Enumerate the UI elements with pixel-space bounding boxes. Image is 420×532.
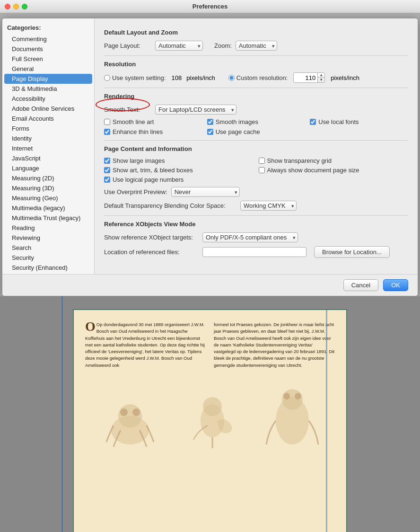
use-page-cache-label[interactable]: Use page cache — [207, 128, 306, 135]
layout-select[interactable]: Automatic Single Page Two-Up — [155, 41, 203, 51]
show-transparency-checkbox[interactable] — [259, 158, 265, 164]
sidebar-item-accessibility[interactable]: Accessibility — [2, 94, 94, 104]
overprint-select[interactable]: Never Always Only for PDF/X files — [171, 187, 240, 197]
svg-point-7 — [282, 389, 303, 410]
custom-resolution-radio[interactable] — [228, 75, 235, 81]
use-local-fonts-label[interactable]: Use local fonts — [310, 118, 408, 125]
ok-button[interactable]: OK — [383, 279, 408, 291]
smooth-images-label[interactable]: Smooth images — [207, 118, 306, 125]
xobject-select-wrapper[interactable]: Only PDF/X-5 compliant ones All None — [202, 232, 298, 242]
sidebar-item-search[interactable]: Search — [2, 243, 94, 253]
system-setting-radio[interactable] — [104, 75, 110, 81]
zoom-select-wrapper[interactable]: Automatic Fit Page Fit Width — [236, 41, 277, 51]
sidebar-item-javascript[interactable]: JavaScript — [2, 153, 94, 163]
zoom-select[interactable]: Automatic Fit Page Fit Width — [236, 41, 277, 51]
sidebar-item-3dmultimedia[interactable]: 3D & Multimedia — [2, 84, 94, 94]
maximize-button[interactable] — [22, 4, 27, 9]
svg-point-1 — [118, 404, 142, 428]
sidebar-item-measuring3d[interactable]: Measuring (3D) — [2, 183, 94, 193]
custom-resolution-label: Custom resolution: — [236, 74, 288, 81]
smooth-lineart-checkbox[interactable] — [104, 119, 110, 125]
show-art-trim-checkbox[interactable] — [104, 167, 110, 173]
overprint-select-wrapper[interactable]: Never Always Only for PDF/X files — [171, 187, 240, 197]
section-pagecontent-title: Page Content and Information — [104, 145, 408, 152]
smooth-text-select[interactable]: For Laptop/LCD screens None For Monitors — [155, 105, 236, 115]
sidebar-item-reading[interactable]: Reading — [2, 223, 94, 233]
show-art-trim-label[interactable]: Show art, trim, & bleed boxes — [104, 167, 254, 174]
rendering-checkboxes: Smooth line art Smooth images Use local … — [104, 118, 408, 135]
show-art-trim-text: Show art, trim, & bleed boxes — [113, 167, 193, 174]
sidebar-item-measuringgeo[interactable]: Measuring (Geo) — [2, 193, 94, 203]
always-show-doc-checkbox[interactable] — [259, 167, 265, 173]
window-title: Preferences — [192, 3, 228, 10]
sidebar-item-documents[interactable]: Documents — [2, 44, 94, 54]
always-show-doc-label[interactable]: Always show document page size — [259, 167, 409, 174]
custom-resolution-stepper[interactable]: ▲ ▼ — [293, 72, 325, 83]
smooth-images-checkbox[interactable] — [207, 119, 213, 125]
xobject-row: Show reference XObject targets: Only PDF… — [104, 232, 408, 242]
sidebar-item-identity[interactable]: Identity — [2, 133, 94, 143]
minimize-button[interactable] — [13, 4, 19, 9]
sidebar-item-adobeonline[interactable]: Adobe Online Services — [2, 104, 94, 114]
custom-resolution-input[interactable] — [294, 73, 317, 82]
use-logical-label[interactable]: Use logical page numbers — [104, 176, 254, 183]
smooth-text-select-wrapper[interactable]: For Laptop/LCD screens None For Monitors — [155, 105, 236, 115]
cancel-button[interactable]: Cancel — [343, 279, 378, 291]
sidebar-item-multimediatrust[interactable]: Multimedia Trust (legacy) — [2, 213, 94, 223]
sidebar-item-pagedisplay[interactable]: Page Display — [4, 74, 92, 84]
custom-resolution-radio-label[interactable]: Custom resolution: — [228, 74, 288, 81]
stepper-down-button[interactable]: ▼ — [318, 78, 324, 82]
svg-point-2 — [120, 408, 128, 416]
blue-border-right — [326, 310, 327, 532]
sidebar-item-reviewing[interactable]: Reviewing — [2, 233, 94, 243]
overprint-row: Use Overprint Preview: Never Always Only… — [104, 187, 408, 197]
footer-buttons: Cancel OK — [2, 274, 418, 296]
document-page: O Op donderdagavond 30 mei 1889 organise… — [73, 309, 347, 532]
main-content: Default Layout and Zoom Page Layout: Aut… — [95, 18, 418, 274]
frog-illustration-right — [264, 373, 321, 449]
enhance-thin-checkbox[interactable] — [104, 129, 110, 135]
enhance-thin-label[interactable]: Enhance thin lines — [104, 128, 202, 135]
sidebar-item-language[interactable]: Language — [2, 163, 94, 173]
sidebar-item-security[interactable]: Security — [2, 253, 94, 263]
layout-label: Page Layout: — [104, 42, 151, 49]
use-logical-checkbox[interactable] — [104, 177, 110, 183]
layout-select-wrapper[interactable]: Automatic Single Page Two-Up — [155, 41, 203, 51]
sidebar-item-general[interactable]: General — [2, 64, 94, 74]
sidebar-item-internet[interactable]: Internet — [2, 143, 94, 153]
show-transparency-label[interactable]: Show transparency grid — [259, 157, 409, 164]
sidebar-item-multimedial[interactable]: Multimedia (legacy) — [2, 203, 94, 213]
svg-point-5 — [203, 397, 222, 416]
transparency-select[interactable]: Working CMYK Working RGB Working Gray — [240, 201, 297, 211]
xobject-label: Show reference XObject targets: — [104, 234, 199, 241]
browse-button[interactable]: Browse for Location... — [314, 246, 390, 258]
use-logical-text: Use logical page numbers — [113, 176, 184, 183]
sidebar-item-commenting[interactable]: Commenting — [2, 34, 94, 44]
page-content-checkboxes: Show large images Show transparency grid… — [104, 157, 408, 183]
use-local-fonts-checkbox[interactable] — [310, 119, 316, 125]
show-large-images-checkbox[interactable] — [104, 158, 110, 164]
doc-col-right: formeel tot Praeses gekozen. De jonkheer… — [214, 321, 335, 369]
system-setting-radio-label[interactable]: Use system setting: — [104, 74, 166, 81]
use-page-cache-checkbox[interactable] — [207, 129, 213, 135]
transparency-row: Default Transparency Blending Color Spac… — [104, 201, 408, 211]
stepper-buttons: ▲ ▼ — [317, 73, 324, 82]
location-label: Location of referenced files: — [104, 248, 199, 256]
sidebar-item-emailaccounts[interactable]: Email Accounts — [2, 114, 94, 124]
sidebar-item-securityenhanced[interactable]: Security (Enhanced) — [2, 263, 94, 273]
xobject-select[interactable]: Only PDF/X-5 compliant ones All None — [202, 232, 298, 242]
sidebar-item-forms[interactable]: Forms — [2, 124, 94, 133]
stepper-up-button[interactable]: ▲ — [318, 73, 324, 78]
sidebar-item-measuring2d[interactable]: Measuring (2D) — [2, 173, 94, 183]
frog-illustration-left — [99, 388, 161, 449]
sidebar-item-fullscreen[interactable]: Full Screen — [2, 54, 94, 64]
section-resolution-title: Resolution — [104, 61, 408, 68]
frog-illustration-middle — [189, 388, 236, 449]
transparency-select-wrapper[interactable]: Working CMYK Working RGB Working Gray — [240, 201, 297, 211]
show-large-images-label[interactable]: Show large images — [104, 157, 254, 164]
smooth-images-text: Smooth images — [216, 118, 258, 125]
close-button[interactable] — [5, 4, 10, 9]
location-input[interactable] — [202, 247, 306, 257]
smooth-lineart-label[interactable]: Smooth line art — [104, 118, 202, 125]
section-xobjects-title: Reference XObjects View Mode — [104, 221, 408, 228]
